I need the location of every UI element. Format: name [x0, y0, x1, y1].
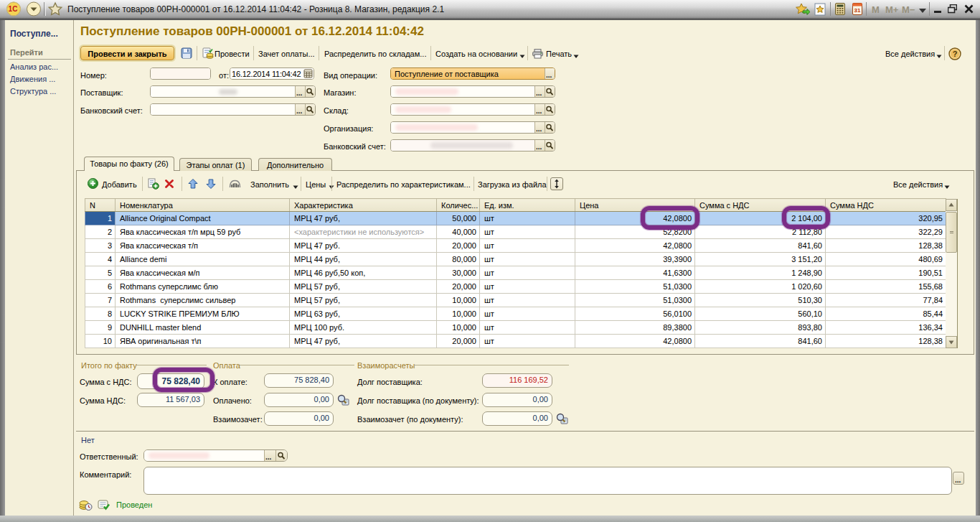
- svg-text:1C: 1C: [9, 5, 18, 13]
- svg-text:31: 31: [854, 7, 861, 14]
- svg-text:?: ?: [953, 50, 958, 58]
